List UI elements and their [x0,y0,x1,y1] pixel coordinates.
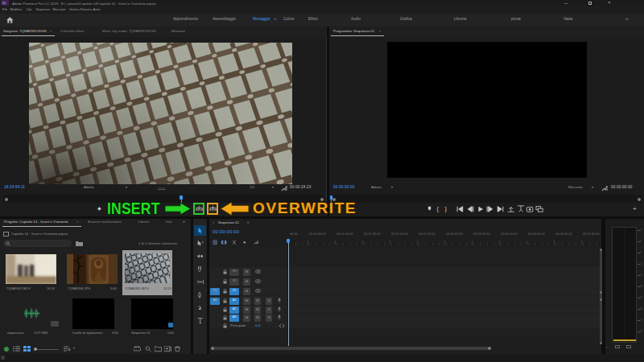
svg-text:{: { [437,205,440,212]
svg-text:}: } [444,205,447,212]
